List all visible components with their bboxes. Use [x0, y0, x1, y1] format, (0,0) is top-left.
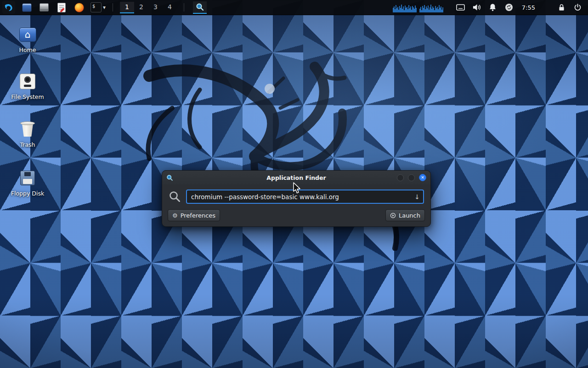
cpu-graph-icon[interactable]	[393, 2, 417, 12]
volume-icon[interactable]	[472, 2, 482, 13]
desktop-icon-label: Floppy Disk	[7, 190, 48, 197]
search-entry: ↓	[186, 190, 424, 204]
history-dropdown-arrow-icon[interactable]: ↓	[414, 193, 420, 201]
search-row: ↓	[168, 189, 425, 204]
titlebar[interactable]: Application Finder ✕	[162, 171, 430, 184]
floppy-disk-icon	[20, 171, 35, 185]
home-icon: ⌂	[19, 28, 36, 42]
file-manager-icon	[22, 3, 32, 12]
preferences-button-label: Preferences	[181, 212, 215, 219]
updates-status-icon[interactable]	[504, 2, 514, 13]
desktop-icon-label: File System	[7, 93, 48, 100]
maximize-button[interactable]	[408, 174, 415, 181]
panel-separator	[113, 3, 113, 12]
firefox-launcher[interactable]	[73, 1, 85, 13]
files-launcher[interactable]	[38, 1, 50, 13]
logout-power-icon[interactable]	[572, 2, 582, 13]
network-graph-icon[interactable]	[419, 2, 443, 12]
window-controls: ✕	[397, 174, 426, 181]
taskbar-application-finder-button[interactable]	[193, 1, 207, 14]
workspace-3[interactable]: 3	[148, 2, 163, 13]
desktop-icon-trash[interactable]: Trash	[7, 121, 48, 148]
top-panel: $ ▾ 1 2 3 4	[0, 0, 588, 15]
search-input[interactable]	[191, 193, 412, 201]
trash-icon	[21, 121, 34, 137]
file-system-icon	[20, 74, 35, 89]
minimize-button[interactable]	[397, 174, 404, 181]
launch-button-label: Launch	[399, 212, 420, 219]
desktop-screen: $ ▾ 1 2 3 4	[0, 0, 588, 368]
launch-run-icon	[390, 213, 396, 218]
window-title: Application Finder	[162, 174, 430, 181]
terminal-launcher[interactable]: $ ▾	[90, 2, 106, 12]
search-icon	[169, 190, 181, 203]
workspace-switcher: 1 2 3 4	[120, 2, 177, 13]
desktop-icon-home[interactable]: ⌂ Home	[7, 26, 48, 53]
keyboard-indicator-icon[interactable]	[456, 2, 466, 13]
kali-logo-icon	[4, 3, 13, 12]
workspace-1[interactable]: 1	[120, 2, 134, 13]
close-button[interactable]: ✕	[419, 174, 426, 181]
button-row: ⚙ Preferences Launch	[168, 209, 425, 221]
workspace-2[interactable]: 2	[134, 2, 148, 13]
panel-separator	[184, 3, 184, 12]
desktop-icon-label: Home	[7, 46, 48, 53]
workspace-4[interactable]: 4	[163, 2, 177, 13]
system-monitor-graphs	[393, 2, 443, 12]
kali-menu-icon[interactable]	[2, 1, 15, 14]
terminal-icon: $	[90, 2, 102, 12]
files-icon	[40, 3, 49, 12]
desktop-icon-file-system[interactable]: File System	[7, 73, 48, 100]
panel-left-group: $ ▾ 1 2 3 4	[0, 1, 207, 14]
text-editor-icon	[57, 3, 66, 12]
preferences-button[interactable]: ⚙ Preferences	[168, 209, 220, 221]
file-manager-launcher[interactable]	[21, 1, 33, 13]
lock-screen-icon[interactable]	[556, 2, 566, 13]
desktop-icon-label: Trash	[7, 141, 48, 148]
launch-button[interactable]: Launch	[385, 209, 425, 221]
notifications-bell-icon[interactable]	[488, 2, 498, 13]
gear-icon: ⚙	[172, 213, 178, 218]
application-finder-window: Application Finder ✕ ↓	[162, 170, 431, 227]
application-finder-icon	[196, 3, 204, 11]
window-app-icon	[166, 174, 173, 181]
panel-right-group: 7:55	[393, 2, 588, 13]
text-editor-launcher[interactable]	[56, 1, 68, 13]
finder-body: ↓ ⚙ Preferences Launch	[162, 184, 430, 226]
terminal-dropdown-chevron-icon[interactable]: ▾	[103, 5, 106, 10]
firefox-icon	[74, 3, 84, 12]
desktop-icon-floppy-disk[interactable]: Floppy Disk	[7, 169, 48, 197]
panel-clock[interactable]: 7:55	[522, 4, 535, 11]
